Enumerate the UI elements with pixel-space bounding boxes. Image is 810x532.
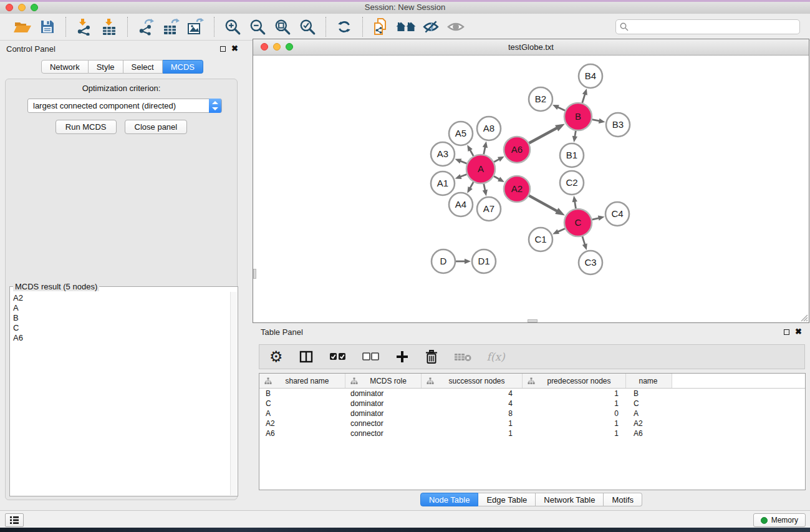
memory-button[interactable]: Memory (753, 513, 806, 527)
network-view-window: testGlobe.txt AA1A2A3A4A5A6A7A8BB1B2B3B4… (253, 39, 809, 323)
tab-motifs[interactable]: Motifs (604, 493, 642, 506)
task-history-button[interactable] (5, 513, 24, 527)
zoom-selected-icon[interactable] (297, 16, 318, 37)
minimize-window-button[interactable] (18, 4, 26, 11)
table-row[interactable]: A6connector11A6 (259, 428, 805, 438)
network-minimize-button[interactable] (273, 43, 281, 51)
main-toolbar (0, 14, 810, 41)
birds-eye-view-icon[interactable] (445, 16, 466, 37)
tab-style[interactable]: Style (89, 60, 123, 74)
delete-column-icon[interactable] (425, 349, 438, 364)
select-all-checkboxes-icon[interactable] (329, 352, 347, 361)
horizontal-scrollbar[interactable] (528, 319, 538, 322)
network-close-button[interactable] (261, 43, 268, 51)
close-window-button[interactable] (6, 4, 13, 11)
function-builder-icon: f(x) (487, 351, 505, 363)
node-table-header: shared name MCDS role successor nodes pr… (259, 374, 805, 389)
tab-network-table[interactable]: Network Table (536, 493, 604, 506)
toolbar-separator (214, 17, 215, 37)
table-tabs: Node TableEdge TableNetwork TableMotifs (253, 493, 810, 506)
column-header-name[interactable]: name (626, 374, 672, 388)
graph-node-label: A7 (483, 203, 494, 214)
close-panel-button[interactable]: Close panel (125, 120, 188, 134)
tab-edge-table[interactable]: Edge Table (478, 493, 536, 506)
graph-edge (582, 236, 585, 245)
search-input[interactable] (615, 19, 800, 34)
column-header-mcds-role[interactable]: MCDS role (345, 374, 422, 388)
float-table-panel-icon[interactable] (784, 329, 789, 335)
criterion-select[interactable]: largest connected component (directed) (27, 99, 222, 113)
graph-node-label: A3 (437, 148, 448, 159)
edge-arrowhead-icon (483, 190, 488, 196)
export-table-icon[interactable] (160, 16, 181, 37)
network-zoom-button[interactable] (286, 43, 293, 51)
graph-node-label: A6 (511, 144, 523, 155)
network-window-title: testGlobe.txt (253, 39, 809, 56)
table-row[interactable]: Adominator80A (259, 409, 805, 418)
export-network-icon[interactable] (135, 16, 157, 37)
list-item[interactable]: A (13, 303, 230, 313)
zoom-out-icon[interactable] (247, 16, 268, 37)
column-header-successor-nodes[interactable]: successor nodes (422, 374, 523, 388)
list-item[interactable]: C (13, 323, 230, 333)
open-file-icon[interactable] (12, 16, 33, 37)
resize-grip-icon[interactable] (799, 313, 808, 322)
window-title: Session: New Session (0, 2, 810, 13)
zoom-in-icon[interactable] (222, 16, 243, 37)
column-layout-icon[interactable] (299, 349, 314, 364)
network-graph[interactable]: AA1A2A3A4A5A6A7A8BB1B2B3B4CC1C2C3C4DD1 (253, 56, 809, 322)
tab-select[interactable]: Select (123, 60, 163, 74)
graph-node-label: C2 (566, 177, 577, 188)
deselect-checkboxes-icon[interactable] (362, 352, 380, 361)
network-window-titlebar[interactable]: testGlobe.txt (253, 39, 809, 56)
list-item[interactable]: B (13, 313, 230, 323)
result-scrollbar[interactable] (230, 292, 237, 495)
column-header-predecessor-nodes[interactable]: predecessor nodes (523, 374, 626, 388)
float-panel-icon[interactable] (220, 46, 226, 52)
select-stepper-icon (209, 99, 221, 113)
close-panel-icon[interactable]: ✖ (231, 46, 238, 52)
vertical-scrollbar[interactable] (253, 269, 256, 279)
import-network-icon[interactable] (74, 16, 95, 37)
list-item[interactable]: A6 (13, 333, 230, 343)
tab-mcds[interactable]: MCDS (163, 60, 203, 74)
table-panel-title: Table Panel (261, 327, 303, 337)
toolbar-separator (65, 17, 66, 37)
run-mcds-button[interactable]: Run MCDS (55, 120, 117, 134)
close-table-panel-icon[interactable]: ✖ (795, 329, 802, 335)
show-graphics-details-icon[interactable] (420, 16, 441, 37)
settings-gear-icon[interactable]: ⚙ (269, 349, 283, 364)
add-column-icon[interactable] (395, 350, 409, 364)
tab-network[interactable]: Network (41, 60, 89, 74)
graph-node-label: A2 (511, 183, 523, 194)
table-row[interactable]: Bdominator41B (259, 389, 805, 399)
export-image-icon[interactable] (185, 16, 206, 37)
import-table-icon[interactable] (99, 16, 120, 37)
clone-network-icon[interactable] (370, 16, 392, 37)
tree-icon (350, 377, 358, 385)
graph-node-label: B4 (585, 70, 596, 81)
home-icon[interactable] (395, 16, 417, 37)
save-session-icon[interactable] (37, 16, 58, 37)
list-item[interactable]: A2 (13, 293, 230, 303)
search-field (615, 19, 800, 34)
edge-arrowhead-icon (599, 118, 605, 123)
table-row[interactable]: A2connector11A2 (259, 418, 805, 428)
edge-arrowhead-icon (465, 259, 471, 264)
graph-node-label: A8 (483, 123, 494, 133)
edge-arrowhead-icon (582, 89, 587, 95)
node-table: shared name MCDS role successor nodes pr… (259, 373, 806, 490)
control-panel: Control Panel ✖ NetworkStyleSelectMCDS O… (0, 41, 244, 510)
search-icon (620, 22, 629, 31)
column-header-shared-name[interactable]: shared name (259, 374, 345, 388)
refresh-icon[interactable] (334, 16, 355, 37)
zoom-fit-icon[interactable] (272, 16, 293, 37)
graph-node-label: C1 (534, 234, 546, 244)
application-window: Session: New Session (0, 0, 810, 532)
table-panel: Table Panel ✖ ⚙ (253, 323, 810, 510)
zoom-window-button[interactable] (31, 4, 38, 11)
graph-node-label: C4 (611, 208, 623, 219)
tab-node-table[interactable]: Node Table (420, 493, 479, 506)
table-row[interactable]: Cdominator41C (259, 399, 805, 409)
mcds-result-groupbox: MCDS result (5 nodes) A2ABCA6 (9, 286, 238, 496)
